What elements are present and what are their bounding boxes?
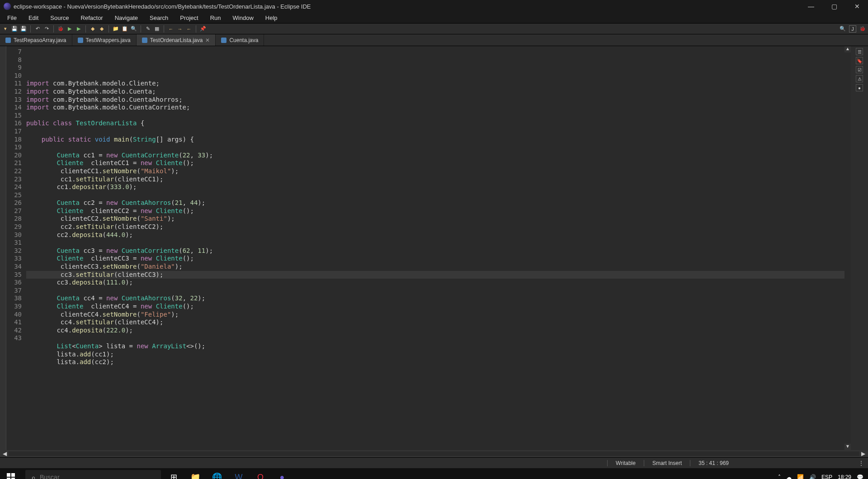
- last-edit-icon[interactable]: ←: [185, 25, 193, 33]
- status-cursor-pos: 35 : 41 : 969: [690, 460, 737, 466]
- taskbar-search[interactable]: ⌕: [25, 470, 161, 479]
- tab-label: TestWrappers.java: [86, 37, 131, 43]
- problems-icon[interactable]: ⚠: [856, 75, 863, 82]
- menu-refactor[interactable]: Refactor: [75, 13, 108, 23]
- tab-testordenarlista[interactable]: TestOrdenarLista.java ✕: [137, 34, 216, 46]
- bookmarks-icon[interactable]: 🔖: [856, 57, 863, 64]
- system-tray: ˄ ☁ 📶 🔊 ESP 18:29 💬: [778, 474, 868, 479]
- task-view-button[interactable]: ⊞: [165, 468, 183, 479]
- menu-file[interactable]: File: [2, 13, 22, 23]
- outline-icon[interactable]: ☰: [856, 48, 863, 55]
- status-menu-icon[interactable]: ⋮: [854, 460, 868, 466]
- menu-navigate[interactable]: Navigate: [109, 13, 143, 23]
- windows-taskbar: ⌕ ⊞ 📁 🌐 W O ● ˄ ☁ 📶 🔊 ESP 18:29 💬: [0, 468, 868, 479]
- perspective-debug-icon[interactable]: 🐞: [859, 25, 866, 33]
- save-all-icon[interactable]: 💾: [20, 25, 27, 33]
- menu-search[interactable]: Search: [144, 13, 174, 23]
- onedrive-icon[interactable]: ☁: [786, 474, 792, 479]
- coverage-icon[interactable]: ▶: [75, 25, 82, 33]
- language-indicator[interactable]: ESP: [821, 474, 832, 479]
- notifications-icon[interactable]: 💬: [857, 474, 863, 479]
- titlebar: eclipse-workspace - NuevaVersionBytebank…: [0, 0, 868, 13]
- forward-icon[interactable]: →: [176, 25, 184, 33]
- run-icon[interactable]: ▶: [66, 25, 73, 33]
- java-file-icon: [142, 38, 147, 43]
- menu-project[interactable]: Project: [175, 13, 203, 23]
- java-file-icon: [5, 38, 11, 43]
- new-class-icon[interactable]: ◆: [89, 25, 96, 33]
- horizontal-scrollbar[interactable]: ◀ ▶: [0, 450, 868, 457]
- menu-help[interactable]: Help: [260, 13, 283, 23]
- redo-icon[interactable]: ↷: [43, 25, 50, 33]
- menu-edit[interactable]: Edit: [23, 13, 44, 23]
- scroll-down-icon[interactable]: ▼: [844, 444, 851, 450]
- close-button[interactable]: ✕: [850, 1, 864, 12]
- main-toolbar: ▾ 💾 💾 ↶ ↷ 🐞 ▶ ▶ ◆ ◆ 📁 📋 🔍 ✎ ▦ ← → ← 📌 🔍 …: [0, 24, 868, 34]
- search-icon[interactable]: 🔍: [130, 25, 137, 33]
- status-insert: Smart Insert: [644, 460, 690, 466]
- window-title: eclipse-workspace - NuevaVersionBytebank…: [14, 3, 803, 10]
- close-icon[interactable]: ✕: [205, 37, 210, 43]
- toggle-block-icon[interactable]: ▦: [153, 25, 160, 33]
- debug-icon[interactable]: 🐞: [57, 25, 64, 33]
- eclipse-app[interactable]: ●: [273, 468, 291, 479]
- window-controls: — ▢ ✕: [803, 1, 864, 12]
- editor-tabs: TestRepasoArray.java TestWrappers.java T…: [0, 34, 868, 46]
- search-icon: ⌕: [32, 474, 35, 479]
- edge-app[interactable]: 🌐: [208, 468, 226, 479]
- explorer-app[interactable]: 📁: [186, 468, 204, 479]
- folding-gutter[interactable]: [0, 46, 6, 450]
- tab-label: TestRepasoArray.java: [14, 37, 66, 43]
- tab-testrepasoarray[interactable]: TestRepasoArray.java: [0, 34, 72, 46]
- scroll-right-icon[interactable]: ▶: [859, 451, 867, 457]
- right-toolbar: ☰ 🔖 ☑ ⚠ ●: [851, 46, 868, 450]
- vertical-scrollbar[interactable]: ▲ ▼: [844, 46, 851, 450]
- clock[interactable]: 18:29: [838, 474, 851, 479]
- editor-area: 7891011121314151617181920212223242526272…: [0, 46, 868, 450]
- back-icon[interactable]: ←: [167, 25, 175, 33]
- wifi-icon[interactable]: 📶: [797, 474, 804, 479]
- scroll-up-icon[interactable]: ▲: [844, 46, 851, 52]
- scroll-left-icon[interactable]: ◀: [1, 451, 9, 457]
- menu-window[interactable]: Window: [227, 13, 259, 23]
- tab-label: TestOrdenarLista.java: [150, 37, 203, 43]
- menu-run[interactable]: Run: [205, 13, 226, 23]
- statusbar: Writable Smart Insert 35 : 41 : 969 ⋮: [0, 457, 868, 468]
- opera-app[interactable]: O: [251, 468, 269, 479]
- java-file-icon: [221, 38, 226, 43]
- minimize-button[interactable]: —: [803, 1, 819, 12]
- java-file-icon: [78, 38, 83, 43]
- start-button[interactable]: [0, 468, 22, 479]
- new-icon[interactable]: ▾: [2, 25, 9, 33]
- breakpoints-icon[interactable]: ●: [856, 84, 863, 91]
- windows-icon: [7, 473, 15, 479]
- status-writable: Writable: [607, 460, 644, 466]
- pin-icon[interactable]: 📌: [199, 25, 207, 33]
- undo-icon[interactable]: ↶: [34, 25, 41, 33]
- line-numbers: 7891011121314151617181920212223242526272…: [6, 46, 26, 450]
- save-icon[interactable]: 💾: [11, 25, 18, 33]
- menu-source[interactable]: Source: [45, 13, 74, 23]
- chevron-up-icon[interactable]: ˄: [778, 474, 781, 479]
- tab-cuenta[interactable]: Cuenta.java: [216, 34, 264, 46]
- tab-testwrappers[interactable]: TestWrappers.java: [72, 34, 137, 46]
- new-package-icon[interactable]: ◆: [98, 25, 105, 33]
- perspective-java-icon[interactable]: J: [849, 25, 856, 33]
- code-editor[interactable]: import com.Bytebank.modelo.Cliente;impor…: [26, 46, 844, 450]
- eclipse-icon: [4, 3, 11, 10]
- menubar: File Edit Source Refactor Navigate Searc…: [0, 13, 868, 24]
- open-type-icon[interactable]: 📁: [112, 25, 119, 33]
- quick-access-icon[interactable]: 🔍: [839, 25, 846, 33]
- tasks-icon[interactable]: ☑: [856, 66, 863, 73]
- word-app[interactable]: W: [230, 468, 248, 479]
- toggle-mark-icon[interactable]: ✎: [144, 25, 151, 33]
- maximize-button[interactable]: ▢: [827, 1, 842, 12]
- volume-icon[interactable]: 🔊: [809, 474, 816, 479]
- search-input[interactable]: [40, 474, 155, 479]
- open-task-icon[interactable]: 📋: [121, 25, 128, 33]
- tab-label: Cuenta.java: [229, 37, 258, 43]
